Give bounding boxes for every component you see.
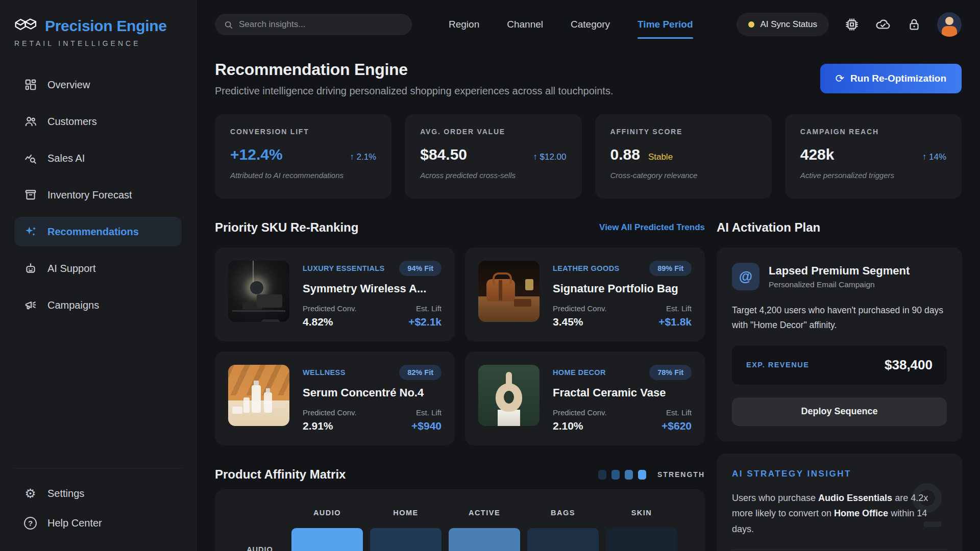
product-image — [478, 261, 540, 322]
lift-value: +$2.1k — [408, 316, 442, 328]
tab-region[interactable]: Region — [449, 19, 479, 30]
kpi-delta: ↑ 2.1% — [350, 152, 376, 162]
kpi-value: 428k — [800, 146, 835, 163]
sparkles-icon — [23, 225, 37, 239]
sku-name: Signature Portfolio Bag — [553, 282, 692, 295]
matrix-cell[interactable] — [449, 528, 520, 551]
kpi-label: CAMPAIGN REACH — [800, 128, 946, 136]
product-image — [228, 365, 289, 426]
conv-value: 4.82% — [303, 316, 357, 328]
matrix-row-label: AUDIO — [235, 545, 284, 551]
sku-name: Symmetry Wireless A... — [303, 282, 442, 295]
revenue-label: EXP. REVENUE — [746, 361, 809, 369]
tab-time-period[interactable]: Time Period — [638, 19, 693, 30]
matrix-column-header: AUDIO — [291, 509, 363, 517]
brand-logo-icon — [14, 17, 38, 35]
sidebar-item-label: Settings — [47, 488, 84, 499]
kpi-note: Active personalized triggers — [800, 171, 946, 180]
tab-category[interactable]: Category — [571, 19, 610, 30]
fit-badge: 94% Fit — [399, 261, 442, 276]
sidebar-item-label: Sales AI — [47, 153, 85, 164]
matrix-cell[interactable] — [527, 528, 599, 551]
search-box[interactable] — [215, 14, 412, 35]
conv-value: 2.10% — [553, 420, 607, 432]
run-reoptimization-button[interactable]: ⟳ Run Re-Optimization — [820, 64, 962, 93]
matrix-cell[interactable] — [370, 528, 442, 551]
kpi-note: Cross-category relevance — [610, 171, 756, 180]
brand-name: Precision Engine — [45, 17, 167, 35]
kpi-value: +12.4% — [230, 146, 283, 163]
email-at-icon: @ — [732, 263, 760, 290]
sku-card-fractal-ceramic-vase[interactable]: HOME DECOR 78% Fit Fractal Ceramic Vase … — [465, 352, 705, 445]
ai-sync-status[interactable]: AI Sync Status — [737, 13, 829, 36]
campaign-type: Personalized Email Campaign — [769, 280, 910, 289]
product-image — [228, 261, 289, 322]
robot-icon — [23, 262, 37, 276]
strength-legend: STRENGTH — [598, 470, 705, 480]
matrix-cell[interactable] — [291, 528, 363, 551]
conv-label: Predicted Conv. — [303, 304, 357, 313]
kpi-value: $84.50 — [420, 146, 467, 163]
refresh-icon: ⟳ — [836, 72, 845, 85]
chip-icon[interactable] — [844, 17, 860, 32]
matrix-column-header: ACTIVE — [449, 509, 520, 517]
user-avatar[interactable] — [937, 12, 962, 37]
matrix-title: Product Affinity Matrix — [215, 467, 346, 482]
sidebar-item-customers[interactable]: Customers — [14, 107, 182, 136]
kpi-note: Attributed to AI recommendations — [230, 171, 376, 180]
sidebar-item-recommendations[interactable]: Recommendations — [14, 217, 182, 246]
sku-card-serum-concentre[interactable]: WELLNESS 82% Fit Serum Concentré No.4 Pr… — [215, 352, 455, 445]
sidebar-item-label: AI Support — [47, 263, 96, 274]
topbar-nav: Region Channel Category Time Period — [449, 19, 693, 30]
matrix-column-header: HOME — [370, 509, 442, 517]
lift-label: Est. Lift — [411, 408, 442, 417]
trend-search-icon — [23, 152, 37, 165]
kpi-label: CONVERSION LIFT — [230, 128, 376, 136]
matrix-column-header: BAGS — [527, 509, 599, 517]
strength-dot — [625, 470, 633, 480]
strength-dot — [638, 470, 646, 480]
lift-label: Est. Lift — [662, 408, 692, 417]
lock-icon[interactable] — [906, 17, 922, 32]
strength-dot — [598, 470, 606, 480]
kpi-delta: ↑ 14% — [922, 152, 946, 162]
sidebar-item-help-center[interactable]: ? Help Center — [14, 508, 182, 538]
sidebar-item-overview[interactable]: Overview — [14, 70, 182, 99]
sidebar-item-sales-ai[interactable]: Sales AI — [14, 143, 182, 173]
cloud-check-icon[interactable] — [875, 16, 891, 33]
page-header: Recommendation Engine Predictive intelli… — [215, 60, 962, 97]
grid-icon — [23, 78, 37, 92]
sku-card-signature-portfolio-bag[interactable]: LEATHER GOODS 89% Fit Signature Portfoli… — [465, 247, 705, 341]
sidebar-item-ai-support[interactable]: AI Support — [14, 254, 182, 283]
conv-value: 2.91% — [303, 420, 357, 432]
sku-card-symmetry-wireless[interactable]: LUXURY ESSENTIALS 94% Fit Symmetry Wirel… — [215, 247, 455, 341]
ai-strategy-insight-card: AI STRATEGY INSIGHT Users who purchase A… — [717, 454, 962, 551]
sidebar-item-settings[interactable]: ⚙ Settings — [14, 479, 182, 508]
right-column: AI Activation Plan @ Lapsed Premium Segm… — [717, 198, 962, 551]
activation-plan-card: @ Lapsed Premium Segment Personalized Em… — [717, 247, 962, 441]
cta-label: Run Re-Optimization — [850, 73, 946, 84]
sku-section-header: Priority SKU Re-Ranking View All Predict… — [215, 220, 705, 235]
sku-category: HOME DECOR — [553, 368, 606, 377]
deploy-sequence-button[interactable]: Deploy Sequence — [732, 397, 947, 426]
strength-dot — [611, 470, 620, 480]
sidebar-item-inventory-forecast[interactable]: Inventory Forecast — [14, 180, 182, 210]
activation-title: AI Activation Plan — [717, 220, 820, 235]
help-icon: ? — [23, 516, 37, 530]
kpi-card-affinity-score: AFFINITY SCORE 0.88 Stable Cross-categor… — [595, 114, 772, 198]
page-subtitle: Predictive intelligence driving personal… — [215, 85, 613, 97]
gear-icon: ⚙ — [23, 487, 37, 500]
status-dot — [748, 21, 754, 28]
kpi-label: AFFINITY SCORE — [610, 128, 756, 136]
insight-text: Users who purchase Audio Essentials are … — [732, 490, 936, 537]
tab-channel[interactable]: Channel — [507, 19, 543, 30]
view-all-predicted-trends-link[interactable]: View All Predicted Trends — [599, 222, 705, 233]
search-input[interactable] — [239, 19, 403, 30]
activation-description: Target 4,200 users who haven't purchased… — [732, 303, 947, 333]
fit-badge: 78% Fit — [649, 365, 692, 380]
matrix-cell[interactable] — [606, 528, 677, 551]
lift-label: Est. Lift — [658, 304, 692, 313]
sidebar-item-label: Help Center — [47, 517, 102, 529]
sidebar-item-campaigns[interactable]: Campaigns — [14, 290, 182, 320]
brand: Precision Engine — [14, 17, 182, 35]
